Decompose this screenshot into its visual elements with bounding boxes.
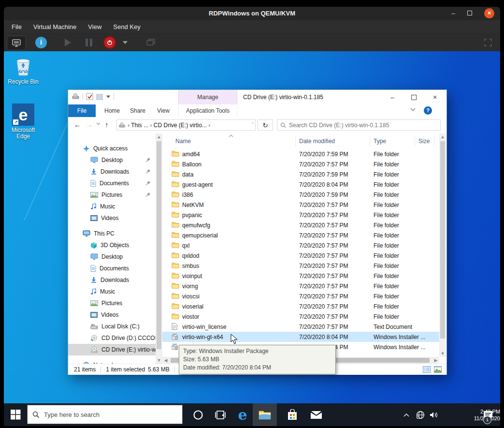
file-row-viostor[interactable]: viostor7/20/2020 7:57 PMFile folder [162,311,439,322]
file-row-vioscsi[interactable]: vioscsi7/20/2020 7:57 PMFile folder [162,291,439,301]
vm-window-titlebar[interactable]: RDPWindows on QEMU/KVM – × [4,7,500,21]
sidebar-item-music[interactable]: Music [68,286,156,297]
tray-volume-button[interactable] [427,403,441,426]
shutdown-vm-button[interactable] [102,36,117,49]
file-row-balloon[interactable]: Balloon7/20/2020 7:57 PMFile folder [162,159,439,169]
sidebar-item-downloads[interactable]: Downloads [68,166,156,177]
ribbon-collapse-chevron[interactable] [410,108,416,111]
vm-cascade-button[interactable] [143,36,158,49]
breadcrumb-item[interactable]: This ... [131,122,148,129]
sidebar-section-network[interactable]: Network [68,359,156,364]
vm-close-button[interactable]: × [484,8,494,18]
desktop-icon-microsoft-edge[interactable]: e ↗ MicrosoftEdge [6,103,41,140]
address-bar[interactable]: › This ... › CD Drive (E:) virtio... › ˇ [116,119,256,131]
explorer-maximize-button[interactable] [403,90,424,104]
file-row-viorng[interactable]: viorng7/20/2020 7:57 PMFile folder [162,281,439,291]
file-row-qxl[interactable]: qxl7/20/2020 7:57 PMFile folder [162,240,439,251]
file-row-pvpanic[interactable]: pvpanic7/20/2020 7:57 PMFile folder [162,210,439,220]
tab-file[interactable]: File [68,104,96,117]
column-header-name[interactable]: Name [175,138,191,145]
sidebar-item-documents[interactable]: Documents [68,263,156,274]
breadcrumb-item[interactable]: CD Drive (E:) virtio... [154,122,207,129]
new-folder-icon[interactable] [96,93,103,100]
vm-menu-send-key[interactable]: Send Key [113,23,140,30]
scroll-left-arrow[interactable]: ◀ [162,357,169,364]
qat-customize-caret[interactable] [106,95,110,98]
vm-menu-file[interactable]: File [12,23,22,30]
sidebar-item-pictures[interactable]: Pictures [68,297,156,309]
file-row-i386[interactable]: i3867/20/2020 7:59 PMFile folder [162,190,439,200]
show-details-button[interactable]: i [34,36,48,49]
file-row-amd64[interactable]: amd647/20/2020 7:59 PMFile folder [162,149,439,159]
tray-network-button[interactable] [413,403,428,426]
scroll-up-arrow[interactable]: ▲ [156,133,162,140]
properties-check-icon[interactable] [86,93,93,100]
file-row-virtio-win-license[interactable]: virtio-win_license7/20/2020 7:57 PMText … [162,322,439,332]
forward-button[interactable]: → [86,120,93,129]
details-view-button[interactable] [423,366,431,373]
sidebar-item-videos[interactable]: Videos [68,212,156,224]
action-center-button[interactable]: 1 [479,403,497,426]
tab-home[interactable]: Home [104,104,120,117]
file-row-vioinput[interactable]: vioinput7/20/2020 7:57 PMFile folder [162,271,439,281]
sidebar-section-quick-access[interactable]: Quick access [68,143,156,154]
refresh-button[interactable]: ↻ [258,119,273,131]
file-row-guest-agent[interactable]: guest-agent7/20/2020 8:04 PMFile folder [162,179,439,190]
taskbar-mail-button[interactable] [305,403,327,426]
sidebar-item-pictures[interactable]: Pictures [68,189,156,201]
file-list-vscrollbar[interactable]: ▲ ▼ [439,133,446,357]
tab-share[interactable]: Share [130,104,145,117]
address-dropdown-caret[interactable]: ˇ [252,122,253,128]
back-button[interactable]: ← [74,120,81,129]
taskbar-edge-button[interactable]: e [232,403,253,426]
show-console-button[interactable] [7,36,26,50]
sidebar-item-videos[interactable]: Videos [68,309,156,321]
explorer-close-button[interactable]: × [424,90,446,104]
shutdown-menu-caret[interactable] [120,36,130,49]
desktop-icon-recycle-bin[interactable]: Recycle Bin [6,57,41,85]
file-row-qemufwcfg[interactable]: qemufwcfg7/20/2020 7:57 PMFile folder [162,220,439,230]
sidebar-scrollbar[interactable]: ▲ ▼ [156,133,162,364]
vm-menu-virtual-machine[interactable]: Virtual Machine [33,23,76,30]
sidebar-item-desktop[interactable]: Desktop [68,251,156,263]
column-header-type[interactable]: Type [374,138,386,145]
explorer-search-input[interactable]: Search CD Drive (E:) virtio-win-0.1.185 [277,119,441,131]
scroll-down-arrow[interactable]: ▼ [156,357,162,364]
run-vm-button[interactable] [61,36,74,49]
file-row-qxldod[interactable]: qxldod7/20/2020 7:57 PMFile folder [162,251,439,261]
scroll-up-arrow[interactable]: ▲ [439,133,446,140]
up-button[interactable]: ↑ [105,120,109,129]
file-row-vioserial[interactable]: vioserial7/20/2020 7:57 PMFile folder [162,301,439,311]
pause-vm-button[interactable] [82,36,96,49]
tray-show-hidden-icons-button[interactable] [400,403,413,426]
sidebar-item-cd-drive-d-cccoma-[interactable]: CD Drive (D:) CCCOMA_ [68,332,156,344]
column-header-date-modified[interactable]: Date modified [299,138,335,145]
start-button[interactable] [4,403,27,426]
sidebar-item-3d-objects[interactable]: 3D Objects [68,239,156,251]
help-button[interactable]: ? [424,106,432,115]
tab-application-tools[interactable]: Application Tools [178,104,237,117]
sidebar-item-cd-drive-e-virtio-win-0[interactable]: CD Drive (E:) virtio-win-0 [68,344,156,355]
sidebar-item-downloads[interactable]: Downloads [68,274,156,286]
taskbar-search-input[interactable]: Type here to search [27,405,183,424]
file-row-virtio-win-gt-x64[interactable]: virtio-win-gt-x647/20/2020 8:04 PMWindow… [162,332,439,342]
file-row-smbus[interactable]: smbus7/20/2020 7:57 PMFile folder [162,261,439,271]
vm-maximize-button[interactable] [464,9,475,18]
scrollbar-thumb[interactable] [440,141,445,339]
fullscreen-button[interactable] [481,36,495,49]
vm-menu-view[interactable]: View [88,23,101,30]
explorer-minimize-button[interactable]: – [382,90,403,104]
tab-view[interactable]: View [157,104,170,117]
recent-locations-caret[interactable] [96,122,101,125]
column-header-size[interactable]: Size [418,138,430,145]
taskbar-store-button[interactable] [282,403,303,426]
sidebar-item-desktop[interactable]: Desktop [68,154,156,166]
sidebar-item-local-disk-c-[interactable]: Local Disk (C:) [68,321,156,332]
large-icons-view-button[interactable] [434,366,442,373]
sidebar-section-this-pc[interactable]: This PC [68,228,156,239]
cortana-button[interactable] [187,403,209,426]
task-view-button[interactable] [210,403,231,426]
taskbar-file-explorer-button[interactable] [253,403,277,426]
file-row-qemupciserial[interactable]: qemupciserial7/20/2020 7:57 PMFile folde… [162,230,439,240]
file-row-data[interactable]: data7/20/2020 7:59 PMFile folder [162,169,439,179]
